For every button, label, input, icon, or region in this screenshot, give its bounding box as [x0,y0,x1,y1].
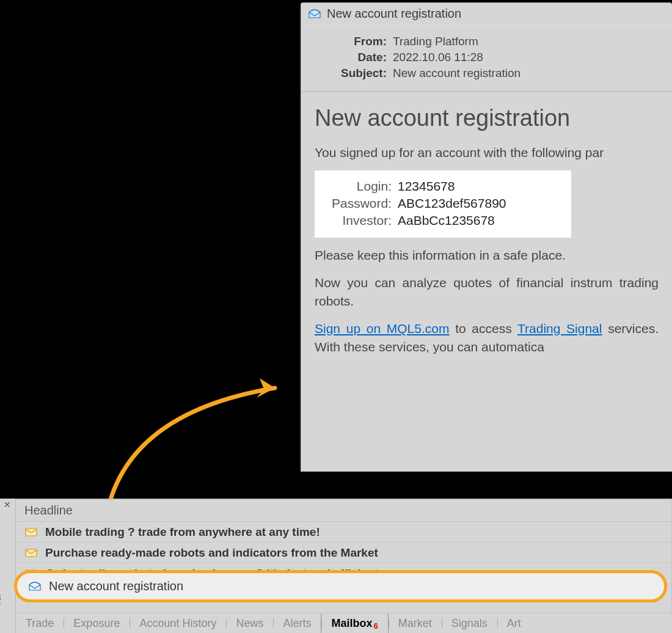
trading-signals-link[interactable]: Trading Signal [517,321,602,335]
closed-mail-icon [24,548,38,558]
investor-value: AaBbCc1235678 [398,213,495,228]
tab-mailbox[interactable]: Mailbox6 [321,613,388,633]
mailbox-row[interactable]: Mobile trading ? trade from anywhere at … [16,522,671,543]
mql5-signup-link[interactable]: Sign up on MQL5.com [315,321,449,335]
mail-from-label: From: [313,35,393,48]
tab-label: Account History [139,617,216,630]
tab-label: Alerts [283,617,311,630]
tab-badge: 6 [374,621,378,631]
mail-body: New account registration You signed up f… [301,92,672,378]
mailbox-column-header[interactable]: Headline [16,500,671,522]
investor-label: Investor: [324,213,398,228]
tab-alerts[interactable]: Alerts [273,613,321,633]
mail-from-value: Trading Platform [393,35,478,48]
mail-body-heading: New account registration [315,105,659,131]
tab-exposure[interactable]: Exposure [64,613,130,633]
svg-rect-0 [26,529,37,536]
credentials-box: Login: 12345678 Password: ABC123def56789… [315,170,571,238]
mail-title-text: New account registration [327,7,461,21]
tab-label: Mailbox [331,617,372,630]
mail-date-label: Date: [313,51,393,64]
mail-header-block: From: Trading Platform Date: 2022.10.06 … [301,25,672,92]
mailbox-selected-row[interactable]: New account registration [14,570,667,602]
mailbox-row[interactable]: Purchase ready-made robots and indicator… [16,543,671,563]
tab-label: Trade [26,617,54,630]
mail-intro: You signed up for an account with the fo… [315,144,659,162]
tab-signals[interactable]: Signals [442,613,497,633]
terminal-side-label: Ter [0,593,2,606]
password-value: ABC123def567890 [398,196,506,211]
mail-icon [309,9,321,19]
mail-signup-mid: to access [449,321,517,335]
mailbox-selected-subject: New account registration [49,579,183,593]
login-label: Login: [324,179,398,194]
tab-label: News [236,617,263,630]
svg-rect-1 [26,549,37,557]
terminal-panel: ✕ Ter Headline Mobile trading ? trade fr… [0,499,672,633]
tab-label: Exposure [73,617,120,630]
close-icon[interactable]: ✕ [4,500,11,510]
mail-titlebar: New account registration [301,3,672,25]
closed-mail-icon [24,527,38,537]
terminal-side-tab[interactable]: ✕ Ter [0,499,16,633]
mail-signup-para: Sign up on MQL5.com to access Trading Si… [315,320,659,357]
password-label: Password: [324,196,398,211]
mail-analyze-note: Now you can analyze quotes of financial … [315,274,659,311]
mail-subject-value: New account registration [393,67,520,80]
callout-arrow [92,364,299,516]
mail-safe-note: Please keep this information in a safe p… [315,246,659,265]
mailbox-row-subject: Purchase ready-made robots and indicator… [45,546,378,560]
mail-preview-window: New account registration From: Trading P… [301,2,672,472]
login-value: 12345678 [398,179,455,194]
tab-label: Art [507,617,521,630]
tab-label: Signals [451,617,488,630]
terminal-tabs-bar: TradeExposureAccount HistoryNewsAlertsMa… [16,613,672,633]
tab-label: Market [398,617,432,630]
tab-account-history[interactable]: Account History [130,613,226,633]
mail-subject-label: Subject: [313,67,393,80]
mailbox-row-subject: Mobile trading ? trade from anywhere at … [45,525,320,539]
tab-art[interactable]: Art [497,613,531,633]
open-mail-icon [28,582,42,591]
tab-trade[interactable]: Trade [16,613,64,633]
tab-market[interactable]: Market [389,613,442,633]
mail-date-value: 2022.10.06 11:28 [393,51,483,64]
tab-news[interactable]: News [226,613,273,633]
